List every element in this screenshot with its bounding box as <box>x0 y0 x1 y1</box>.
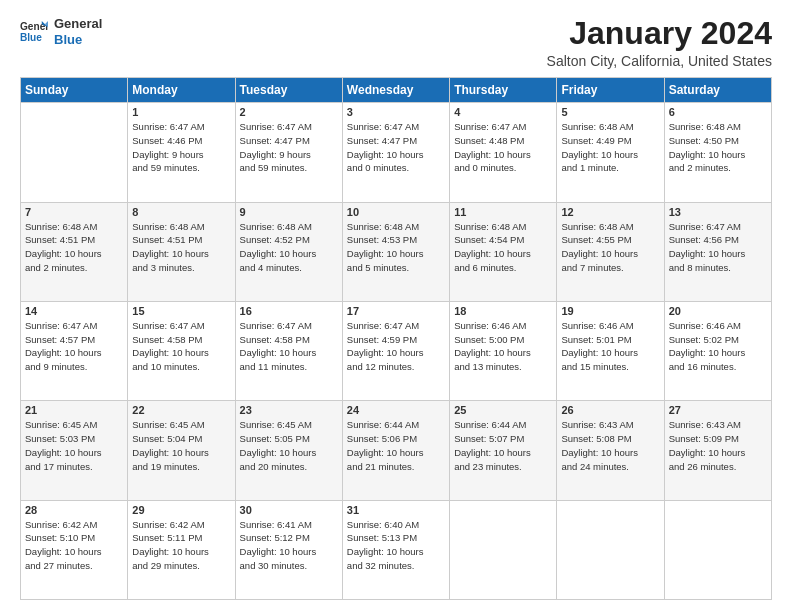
header-cell-thursday: Thursday <box>450 78 557 103</box>
day-number: 31 <box>347 504 445 516</box>
day-number: 28 <box>25 504 123 516</box>
day-number: 2 <box>240 106 338 118</box>
day-cell: 23Sunrise: 6:45 AMSunset: 5:05 PMDayligh… <box>235 401 342 500</box>
day-cell: 29Sunrise: 6:42 AMSunset: 5:11 PMDayligh… <box>128 500 235 599</box>
day-number: 26 <box>561 404 659 416</box>
day-cell <box>664 500 771 599</box>
logo-line2: Blue <box>54 32 102 48</box>
day-info: Sunrise: 6:40 AMSunset: 5:13 PMDaylight:… <box>347 518 445 573</box>
header-cell-wednesday: Wednesday <box>342 78 449 103</box>
logo-icon: General Blue <box>20 18 48 46</box>
day-info: Sunrise: 6:45 AMSunset: 5:05 PMDaylight:… <box>240 418 338 473</box>
day-info: Sunrise: 6:46 AMSunset: 5:02 PMDaylight:… <box>669 319 767 374</box>
day-info: Sunrise: 6:44 AMSunset: 5:06 PMDaylight:… <box>347 418 445 473</box>
day-number: 13 <box>669 206 767 218</box>
day-number: 10 <box>347 206 445 218</box>
day-info: Sunrise: 6:47 AMSunset: 4:57 PMDaylight:… <box>25 319 123 374</box>
day-info: Sunrise: 6:47 AMSunset: 4:58 PMDaylight:… <box>240 319 338 374</box>
calendar-table: SundayMondayTuesdayWednesdayThursdayFrid… <box>20 77 772 600</box>
day-number: 11 <box>454 206 552 218</box>
month-title: January 2024 <box>547 16 772 51</box>
header-cell-saturday: Saturday <box>664 78 771 103</box>
header-cell-sunday: Sunday <box>21 78 128 103</box>
day-cell: 31Sunrise: 6:40 AMSunset: 5:13 PMDayligh… <box>342 500 449 599</box>
day-info: Sunrise: 6:47 AMSunset: 4:59 PMDaylight:… <box>347 319 445 374</box>
header-row: SundayMondayTuesdayWednesdayThursdayFrid… <box>21 78 772 103</box>
day-info: Sunrise: 6:48 AMSunset: 4:52 PMDaylight:… <box>240 220 338 275</box>
day-cell: 17Sunrise: 6:47 AMSunset: 4:59 PMDayligh… <box>342 301 449 400</box>
day-cell: 14Sunrise: 6:47 AMSunset: 4:57 PMDayligh… <box>21 301 128 400</box>
location-title: Salton City, California, United States <box>547 53 772 69</box>
day-info: Sunrise: 6:48 AMSunset: 4:49 PMDaylight:… <box>561 120 659 175</box>
day-cell: 12Sunrise: 6:48 AMSunset: 4:55 PMDayligh… <box>557 202 664 301</box>
day-info: Sunrise: 6:48 AMSunset: 4:55 PMDaylight:… <box>561 220 659 275</box>
day-cell: 9Sunrise: 6:48 AMSunset: 4:52 PMDaylight… <box>235 202 342 301</box>
day-cell: 22Sunrise: 6:45 AMSunset: 5:04 PMDayligh… <box>128 401 235 500</box>
day-cell <box>450 500 557 599</box>
day-number: 7 <box>25 206 123 218</box>
day-number: 22 <box>132 404 230 416</box>
day-number: 3 <box>347 106 445 118</box>
day-number: 25 <box>454 404 552 416</box>
day-cell: 10Sunrise: 6:48 AMSunset: 4:53 PMDayligh… <box>342 202 449 301</box>
week-row-2: 7Sunrise: 6:48 AMSunset: 4:51 PMDaylight… <box>21 202 772 301</box>
day-cell: 27Sunrise: 6:43 AMSunset: 5:09 PMDayligh… <box>664 401 771 500</box>
day-cell: 16Sunrise: 6:47 AMSunset: 4:58 PMDayligh… <box>235 301 342 400</box>
day-cell: 21Sunrise: 6:45 AMSunset: 5:03 PMDayligh… <box>21 401 128 500</box>
day-cell: 15Sunrise: 6:47 AMSunset: 4:58 PMDayligh… <box>128 301 235 400</box>
logo: General Blue General Blue <box>20 16 102 47</box>
day-number: 24 <box>347 404 445 416</box>
header-cell-tuesday: Tuesday <box>235 78 342 103</box>
day-number: 18 <box>454 305 552 317</box>
day-info: Sunrise: 6:44 AMSunset: 5:07 PMDaylight:… <box>454 418 552 473</box>
day-info: Sunrise: 6:48 AMSunset: 4:53 PMDaylight:… <box>347 220 445 275</box>
day-number: 27 <box>669 404 767 416</box>
day-info: Sunrise: 6:48 AMSunset: 4:54 PMDaylight:… <box>454 220 552 275</box>
day-cell: 3Sunrise: 6:47 AMSunset: 4:47 PMDaylight… <box>342 103 449 202</box>
day-cell: 30Sunrise: 6:41 AMSunset: 5:12 PMDayligh… <box>235 500 342 599</box>
day-cell <box>557 500 664 599</box>
day-cell: 25Sunrise: 6:44 AMSunset: 5:07 PMDayligh… <box>450 401 557 500</box>
day-info: Sunrise: 6:48 AMSunset: 4:51 PMDaylight:… <box>132 220 230 275</box>
day-number: 15 <box>132 305 230 317</box>
day-cell: 2Sunrise: 6:47 AMSunset: 4:47 PMDaylight… <box>235 103 342 202</box>
day-number: 4 <box>454 106 552 118</box>
day-info: Sunrise: 6:47 AMSunset: 4:48 PMDaylight:… <box>454 120 552 175</box>
day-info: Sunrise: 6:47 AMSunset: 4:46 PMDaylight:… <box>132 120 230 175</box>
svg-text:Blue: Blue <box>20 31 42 42</box>
header-cell-friday: Friday <box>557 78 664 103</box>
day-cell: 13Sunrise: 6:47 AMSunset: 4:56 PMDayligh… <box>664 202 771 301</box>
day-number: 29 <box>132 504 230 516</box>
week-row-3: 14Sunrise: 6:47 AMSunset: 4:57 PMDayligh… <box>21 301 772 400</box>
day-cell: 6Sunrise: 6:48 AMSunset: 4:50 PMDaylight… <box>664 103 771 202</box>
day-cell: 8Sunrise: 6:48 AMSunset: 4:51 PMDaylight… <box>128 202 235 301</box>
day-info: Sunrise: 6:45 AMSunset: 5:04 PMDaylight:… <box>132 418 230 473</box>
day-info: Sunrise: 6:43 AMSunset: 5:09 PMDaylight:… <box>669 418 767 473</box>
day-cell: 26Sunrise: 6:43 AMSunset: 5:08 PMDayligh… <box>557 401 664 500</box>
day-info: Sunrise: 6:42 AMSunset: 5:10 PMDaylight:… <box>25 518 123 573</box>
day-cell: 20Sunrise: 6:46 AMSunset: 5:02 PMDayligh… <box>664 301 771 400</box>
day-cell: 28Sunrise: 6:42 AMSunset: 5:10 PMDayligh… <box>21 500 128 599</box>
day-number: 5 <box>561 106 659 118</box>
day-cell: 19Sunrise: 6:46 AMSunset: 5:01 PMDayligh… <box>557 301 664 400</box>
week-row-5: 28Sunrise: 6:42 AMSunset: 5:10 PMDayligh… <box>21 500 772 599</box>
day-number: 17 <box>347 305 445 317</box>
day-number: 30 <box>240 504 338 516</box>
day-cell: 24Sunrise: 6:44 AMSunset: 5:06 PMDayligh… <box>342 401 449 500</box>
day-info: Sunrise: 6:47 AMSunset: 4:47 PMDaylight:… <box>240 120 338 175</box>
day-info: Sunrise: 6:43 AMSunset: 5:08 PMDaylight:… <box>561 418 659 473</box>
day-number: 20 <box>669 305 767 317</box>
day-cell: 4Sunrise: 6:47 AMSunset: 4:48 PMDaylight… <box>450 103 557 202</box>
day-number: 21 <box>25 404 123 416</box>
day-number: 19 <box>561 305 659 317</box>
day-info: Sunrise: 6:42 AMSunset: 5:11 PMDaylight:… <box>132 518 230 573</box>
day-number: 6 <box>669 106 767 118</box>
day-info: Sunrise: 6:41 AMSunset: 5:12 PMDaylight:… <box>240 518 338 573</box>
day-number: 16 <box>240 305 338 317</box>
day-cell: 7Sunrise: 6:48 AMSunset: 4:51 PMDaylight… <box>21 202 128 301</box>
day-info: Sunrise: 6:46 AMSunset: 5:00 PMDaylight:… <box>454 319 552 374</box>
day-number: 1 <box>132 106 230 118</box>
week-row-1: 1Sunrise: 6:47 AMSunset: 4:46 PMDaylight… <box>21 103 772 202</box>
day-info: Sunrise: 6:46 AMSunset: 5:01 PMDaylight:… <box>561 319 659 374</box>
day-info: Sunrise: 6:47 AMSunset: 4:47 PMDaylight:… <box>347 120 445 175</box>
